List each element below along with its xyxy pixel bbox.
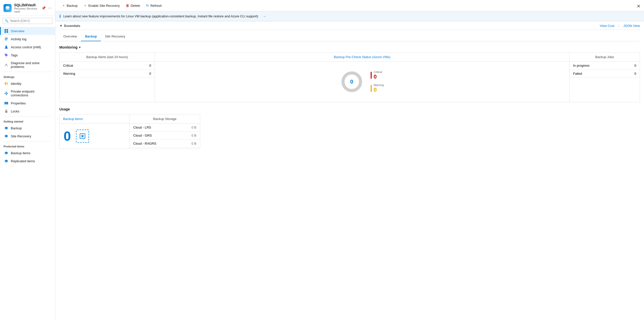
storage-row-ragrs[interactable]: Cloud - RAGRS 0 B [130, 140, 200, 148]
precheck-header[interactable]: Backup Pre-Check Status (Azure VMs) [155, 53, 569, 62]
svg-point-13 [5, 82, 6, 83]
backup-items-card: Backup items 0 [59, 114, 130, 149]
diagnose-icon [4, 63, 8, 67]
sidebar-label-backup-items: Backup items [11, 151, 30, 155]
sidebar-label-diagnose: Diagnose and solve problems [11, 61, 52, 69]
backup-button[interactable]: ＋ Backup [59, 2, 80, 9]
window-close-button[interactable]: ✕ [637, 4, 640, 9]
search-input[interactable] [10, 19, 50, 23]
storage-row-grs[interactable]: Cloud - GRS 0 B [130, 132, 200, 140]
getting-started-divider [4, 116, 52, 116]
sidebar-label-locks: Locks [11, 109, 19, 113]
warning-value: 0 [374, 87, 384, 93]
job-failed-value: 0 [620, 70, 640, 78]
warning-bar [371, 85, 372, 92]
backup-items-title: Backup items [63, 117, 83, 121]
storage-row-lrs[interactable]: Cloud - LRS 0 B [130, 124, 200, 132]
sidebar-vault-type: Recovery Services vault [14, 7, 39, 13]
svg-point-26 [5, 128, 8, 130]
tab-backup[interactable]: Backup [81, 33, 101, 41]
alert-row-critical[interactable]: Critical 0 [60, 62, 155, 70]
precheck-card: Backup Pre-Check Status (Azure VMs) 0 [155, 52, 570, 102]
enable-site-recovery-icon: ＋ [83, 3, 87, 8]
job-row-inprogress[interactable]: In progress 0 [570, 62, 640, 70]
alert-row-warning[interactable]: Warning 0 [60, 70, 155, 78]
sidebar-item-tags[interactable]: Tags [0, 51, 55, 59]
protected-items-section-label: Protected items [0, 142, 55, 149]
warning-legend-text: Warning 0 [374, 84, 384, 93]
usage-section-title: Usage [59, 107, 640, 111]
sidebar-vault-name: SQL2k8Vault [14, 3, 39, 7]
refresh-icon: ↻ [146, 4, 149, 8]
backup-jobs-header: Backup Jobs [570, 53, 640, 62]
precheck-title: Backup Pre-Check Status (Azure VMs) [334, 55, 391, 59]
sidebar-item-access-control[interactable]: Access control (IAM) [0, 43, 55, 51]
storage-ragrs-value: 0 B [180, 140, 200, 148]
precheck-legend: Critical 0 Warning 0 [371, 70, 384, 93]
sidebar-item-locks[interactable]: Locks [0, 107, 55, 115]
backup-alerts-card: Backup Alerts (last 24 hours) Critical 0… [59, 52, 155, 102]
usage-title-text: Usage [59, 107, 70, 111]
sidebar-item-site-recovery[interactable]: Site Recovery [0, 132, 55, 140]
tab-site-recovery[interactable]: Site Recovery [101, 33, 129, 41]
sidebar-item-overview[interactable]: Overview [0, 27, 55, 35]
delete-button[interactable]: 🗑 Delete [123, 2, 143, 9]
essentials-title-text: Essentials [64, 24, 80, 28]
sidebar-label-tags: Tags [11, 53, 18, 57]
precheck-body: 0 Critical 0 [155, 62, 569, 102]
backup-items-header[interactable]: Backup items [60, 114, 130, 124]
backup-jobs-title: Backup Jobs [595, 55, 614, 59]
view-cost-link[interactable]: View Cost [600, 24, 614, 28]
sidebar-nav: Overview Activity log Access control (IA… [0, 26, 55, 320]
sidebar: SQL2k8Vault Recovery Services vault 📌 ··… [0, 0, 55, 320]
sidebar-label-activity-log: Activity log [11, 37, 26, 41]
sidebar-item-private-endpoint[interactable]: Private endpoint connections [0, 88, 55, 99]
svg-rect-4 [5, 31, 6, 33]
sidebar-label-private-endpoint: Private endpoint connections [11, 90, 52, 97]
sidebar-logo [4, 4, 12, 12]
main-content: ＋ Backup ＋ Enable Site Recovery 🗑 Delete… [55, 0, 644, 320]
critical-legend-text: Critical 0 [374, 70, 382, 80]
backup-items-count: 0 [64, 130, 71, 143]
sidebar-item-properties[interactable]: Properties [0, 99, 55, 107]
monitoring-title-text: Monitoring [59, 45, 77, 49]
backup-toolbar-icon: ＋ [62, 3, 65, 8]
pin-icon[interactable]: 📌 [41, 6, 46, 10]
svg-point-9 [6, 46, 7, 47]
tags-icon [4, 53, 8, 57]
sidebar-item-backup-items[interactable]: Backup items [0, 149, 55, 157]
sidebar-item-identity[interactable]: Identity [0, 79, 55, 88]
warning-label: Warning [374, 84, 384, 87]
job-row-failed[interactable]: Failed 0 [570, 70, 640, 78]
essentials-toggle[interactable]: ▼ Essentials [59, 24, 80, 28]
svg-point-30 [5, 152, 8, 154]
legend-warning: Warning 0 [371, 84, 384, 93]
sidebar-item-backup[interactable]: Backup [0, 124, 55, 132]
storage-lrs-label: Cloud - LRS [130, 124, 180, 132]
delete-label: Delete [131, 4, 140, 8]
svg-rect-3 [7, 29, 8, 31]
refresh-button[interactable]: ↻ Refresh [144, 2, 164, 9]
monitoring-dot [79, 47, 80, 48]
sidebar-item-replicated-items[interactable]: Replicated items [0, 157, 55, 165]
svg-rect-14 [7, 82, 8, 85]
json-view-link[interactable]: JSON View [623, 24, 640, 28]
usage-cards-row: Backup items 0 Backup Storage [59, 114, 640, 149]
storage-grs-label: Cloud - GRS [130, 132, 180, 140]
svg-rect-12 [5, 83, 6, 85]
sidebar-item-activity-log[interactable]: Activity log [0, 35, 55, 43]
sidebar-search-box[interactable]: 🔍 [3, 18, 53, 24]
more-icon[interactable]: ··· [48, 6, 52, 10]
backup-alerts-header: Backup Alerts (last 24 hours) [60, 53, 155, 62]
svg-rect-2 [5, 29, 6, 31]
sidebar-item-diagnose[interactable]: Diagnose and solve problems [0, 59, 55, 71]
getting-started-section-label: Getting started [0, 117, 55, 124]
enable-site-recovery-button[interactable]: ＋ Enable Site Recovery [81, 2, 122, 9]
sidebar-label-overview: Overview [11, 29, 24, 33]
donut-chart: 0 [340, 70, 363, 93]
info-banner-arrow[interactable]: → [263, 14, 266, 18]
tab-overview[interactable]: Overview [59, 33, 81, 41]
storage-table: Cloud - LRS 0 B Cloud - GRS 0 B Cloud - … [130, 124, 200, 148]
identity-icon [4, 82, 8, 86]
search-icon: 🔍 [5, 19, 9, 23]
